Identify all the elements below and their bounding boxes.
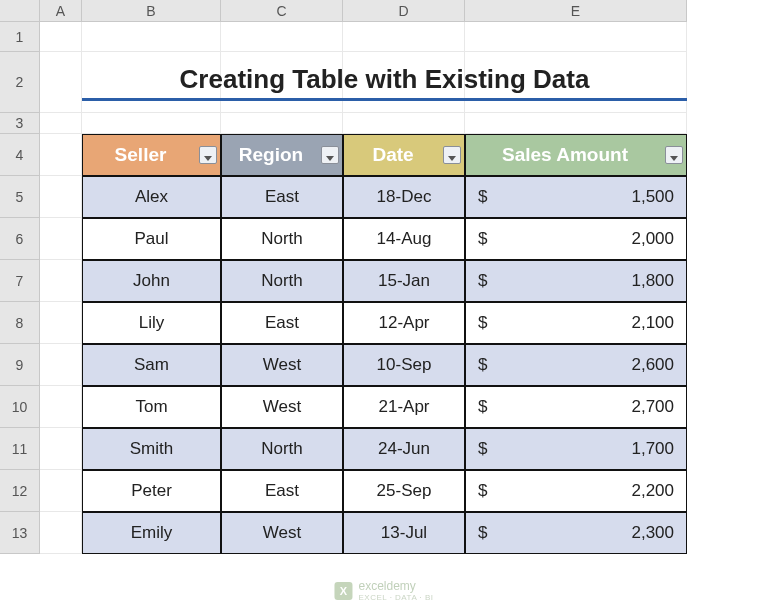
cell[interactable] [40, 386, 82, 428]
table-cell-seller[interactable]: Paul [82, 218, 221, 260]
row-header-3[interactable]: 3 [0, 113, 40, 134]
amount-value: 2,700 [631, 397, 674, 417]
col-header-A[interactable]: A [40, 0, 82, 22]
table-cell-amount[interactable]: $1,800 [465, 260, 687, 302]
chevron-down-icon [670, 144, 678, 166]
table-cell-region[interactable]: East [221, 470, 343, 512]
cell[interactable] [40, 428, 82, 470]
table-cell-seller[interactable]: John [82, 260, 221, 302]
currency-symbol: $ [478, 439, 487, 459]
cell[interactable] [40, 113, 82, 134]
chevron-down-icon [326, 144, 334, 166]
col-header-D[interactable]: D [343, 0, 465, 22]
table-cell-region[interactable]: North [221, 260, 343, 302]
amount-header: Sales Amount [465, 134, 687, 176]
cell[interactable] [465, 113, 687, 134]
table-cell-date[interactable]: 18-Dec [343, 176, 465, 218]
amount-value: 1,700 [631, 439, 674, 459]
table-cell-seller[interactable]: Peter [82, 470, 221, 512]
row-header-6[interactable]: 6 [0, 218, 40, 260]
cell[interactable] [40, 260, 82, 302]
col-header-E[interactable]: E [465, 0, 687, 22]
row-header-5[interactable]: 5 [0, 176, 40, 218]
currency-symbol: $ [478, 355, 487, 375]
table-cell-region[interactable]: West [221, 386, 343, 428]
table-cell-amount[interactable]: $2,300 [465, 512, 687, 554]
cell[interactable] [40, 344, 82, 386]
table-cell-seller[interactable]: Alex [82, 176, 221, 218]
filter-button[interactable] [665, 146, 683, 164]
cell[interactable] [221, 113, 343, 134]
table-cell-date[interactable]: 14-Aug [343, 218, 465, 260]
table-cell-date[interactable]: 12-Apr [343, 302, 465, 344]
cell[interactable] [82, 113, 221, 134]
row-header-7[interactable]: 7 [0, 260, 40, 302]
cell[interactable] [465, 22, 687, 52]
table-cell-date[interactable]: 24-Jun [343, 428, 465, 470]
table-cell-amount[interactable]: $2,000 [465, 218, 687, 260]
table-cell-seller[interactable]: Smith [82, 428, 221, 470]
select-all-corner[interactable] [0, 0, 40, 22]
table-cell-amount[interactable]: $1,500 [465, 176, 687, 218]
table-cell-region[interactable]: North [221, 428, 343, 470]
table-cell-amount[interactable]: $2,100 [465, 302, 687, 344]
table-cell-region[interactable]: West [221, 344, 343, 386]
table-cell-region[interactable]: North [221, 218, 343, 260]
row-header-13[interactable]: 13 [0, 512, 40, 554]
cell[interactable] [221, 22, 343, 52]
row-header-4[interactable]: 4 [0, 134, 40, 176]
table-cell-seller[interactable]: Lily [82, 302, 221, 344]
cell[interactable] [40, 176, 82, 218]
cell[interactable] [82, 22, 221, 52]
table-cell-amount[interactable]: $2,700 [465, 386, 687, 428]
date-header-label: Date [372, 144, 413, 166]
col-header-C[interactable]: C [221, 0, 343, 22]
brand-name: exceldemy [358, 579, 433, 593]
table-cell-date[interactable]: 21-Apr [343, 386, 465, 428]
cell[interactable] [40, 218, 82, 260]
cell[interactable] [40, 22, 82, 52]
currency-symbol: $ [478, 523, 487, 543]
region-header: Region [221, 134, 343, 176]
table-cell-seller[interactable]: Tom [82, 386, 221, 428]
table-cell-region[interactable]: East [221, 176, 343, 218]
table-cell-amount[interactable]: $2,200 [465, 470, 687, 512]
row-header-12[interactable]: 12 [0, 470, 40, 512]
region-header-label: Region [239, 144, 303, 166]
table-cell-amount[interactable]: $1,700 [465, 428, 687, 470]
table-cell-date[interactable]: 15-Jan [343, 260, 465, 302]
row-header-9[interactable]: 9 [0, 344, 40, 386]
row-header-2[interactable]: 2 [0, 52, 40, 113]
row-header-10[interactable]: 10 [0, 386, 40, 428]
cell[interactable] [40, 470, 82, 512]
brand-icon: X [334, 582, 352, 600]
amount-value: 2,300 [631, 523, 674, 543]
chevron-down-icon [204, 144, 212, 166]
row-header-11[interactable]: 11 [0, 428, 40, 470]
row-header-1[interactable]: 1 [0, 22, 40, 52]
table-cell-region[interactable]: East [221, 302, 343, 344]
amount-value: 2,100 [631, 313, 674, 333]
col-header-B[interactable]: B [82, 0, 221, 22]
amount-value: 2,600 [631, 355, 674, 375]
filter-button[interactable] [321, 146, 339, 164]
filter-button[interactable] [443, 146, 461, 164]
currency-symbol: $ [478, 229, 487, 249]
table-cell-date[interactable]: 10-Sep [343, 344, 465, 386]
cell[interactable] [40, 302, 82, 344]
cell[interactable] [343, 22, 465, 52]
table-cell-region[interactable]: West [221, 512, 343, 554]
table-cell-seller[interactable]: Sam [82, 344, 221, 386]
table-cell-date[interactable]: 25-Sep [343, 470, 465, 512]
currency-symbol: $ [478, 397, 487, 417]
table-cell-seller[interactable]: Emily [82, 512, 221, 554]
cell[interactable] [343, 113, 465, 134]
table-cell-amount[interactable]: $2,600 [465, 344, 687, 386]
row-header-8[interactable]: 8 [0, 302, 40, 344]
cell[interactable] [40, 134, 82, 176]
cell[interactable] [40, 52, 82, 113]
table-cell-date[interactable]: 13-Jul [343, 512, 465, 554]
filter-button[interactable] [199, 146, 217, 164]
brand-tag: EXCEL · DATA · BI [358, 593, 433, 602]
cell[interactable] [40, 512, 82, 554]
